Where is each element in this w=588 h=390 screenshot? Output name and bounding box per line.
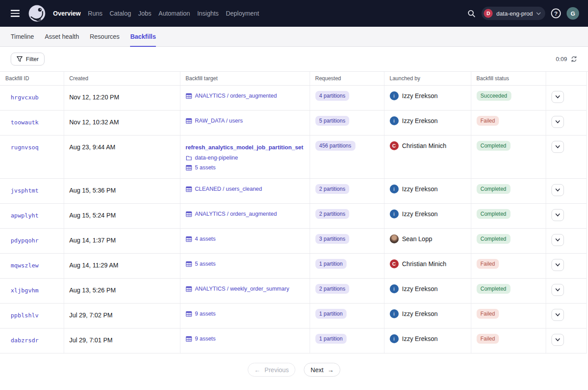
row-actions-menu-button[interactable] [551,259,564,271]
backfill-id-link[interactable]: apwplyht [11,212,39,219]
filter-label: Filter [26,56,39,62]
nav-item[interactable]: Runs [88,8,102,19]
asset-table-icon [186,286,192,292]
backfill-status-badge: Completed [477,234,510,244]
requested-partitions-badge[interactable]: 1 partition [315,309,347,319]
target-asset-line: 9 assets [186,311,304,317]
launched-by-avatar: C [390,259,399,268]
backfills-table: Backfill ID Created Backfill target Requ… [0,71,588,353]
launched-by-avatar: i [390,209,399,218]
row-actions-menu-button[interactable] [551,284,564,296]
refresh-countdown: 0:09 [556,56,567,62]
tab[interactable]: Resources [90,27,119,47]
backfill-id-link[interactable]: dabzrsdr [11,337,39,344]
next-button[interactable]: Next → [304,363,340,377]
chevron-down-icon [555,145,561,149]
backfill-row: mqwszlew Aug 14, 11:29 AM [0,254,586,279]
nav-item[interactable]: Deployment [226,8,259,19]
target-asset-link[interactable]: ANALYTICS / weekly_order_summary [195,286,290,292]
requested-partitions-badge[interactable]: 1 partition [315,259,347,269]
target-asset-link[interactable]: 9 assets [195,336,216,342]
menu-icon[interactable] [8,7,22,19]
filter-button[interactable]: Filter [11,53,45,66]
created-timestamp: Aug 13, 5:26 PM [69,287,116,294]
folder-icon [186,155,192,161]
main-nav: Overview Runs Catalog Jobs Automation In… [53,8,259,19]
backfill-id-link[interactable]: ppblshlv [11,312,39,319]
backfill-id-link[interactable]: rugnvsoq [11,144,39,151]
launched-by: i Izzy Erekson [390,185,466,193]
chevron-down-icon [555,263,561,267]
launched-by: i Izzy Erekson [390,309,466,318]
backfill-row: hrgvcxub Nov 12, 12:20 PM [0,86,586,111]
backfill-row: dabzrsdr Jul 29, 7:01 PM [0,328,586,353]
launched-by-name: Christian Minich [402,259,447,268]
backfill-status-badge: Completed [477,184,510,194]
help-icon[interactable]: ? [551,8,561,18]
refresh-icon[interactable] [571,56,577,62]
launched-by-name: Izzy Erekson [402,309,438,318]
launched-by-name: Izzy Erekson [402,209,438,218]
backfill-id-link[interactable]: hrgvcxub [11,94,39,101]
target-asset-link[interactable]: 9 assets [195,311,216,317]
tab[interactable]: Asset health [45,27,79,47]
requested-partitions-badge[interactable]: 1 partition [315,334,347,344]
requested-partitions-badge[interactable]: 2 partitions [315,284,350,294]
table-header-row: Backfill ID Created Backfill target Requ… [0,72,586,86]
row-actions-menu-button[interactable] [551,209,564,221]
backfill-id-link[interactable]: xljbgvhm [11,287,39,294]
backfill-status-badge: Failed [477,259,499,269]
tab[interactable]: Timeline [11,27,34,47]
target-asset-line: 4 assets [186,236,304,242]
backfill-id-link[interactable]: mqwszlew [11,262,39,269]
row-actions-menu-button[interactable] [551,309,564,321]
row-actions-menu-button[interactable] [551,91,564,103]
backfill-row: apwplyht Aug 15, 5:24 PM [0,204,586,229]
target-asset-link[interactable]: ANALYTICS / orders_augmented [195,93,277,99]
nav-item[interactable]: Overview [53,8,81,19]
requested-partitions-badge[interactable]: 3 partitions [315,234,350,244]
created-timestamp: Aug 15, 5:36 PM [69,187,116,194]
dagster-logo[interactable] [28,4,46,23]
target-asset-line: 9 assets [186,336,304,342]
search-icon[interactable] [467,9,476,18]
requested-partitions-badge[interactable]: 456 partitions [315,141,355,151]
target-asset-link[interactable]: 5 assets [195,261,216,267]
requested-partitions-badge[interactable]: 2 partitions [315,184,350,194]
target-asset-link[interactable]: ANALYTICS / orders_augmented [195,211,277,218]
nav-item[interactable]: Insights [197,8,219,19]
chevron-down-icon [555,120,561,124]
backfill-id-link[interactable]: jvsphtmt [11,187,39,194]
target-asset-link[interactable]: CLEANED / users_cleaned [195,186,262,193]
tab[interactable]: Backfills [130,27,156,47]
column-header: Requested [310,72,384,86]
backfill-id-link[interactable]: pdypqohr [11,237,39,244]
backfill-row: toowautk Nov 12, 10:32 AM [0,111,586,135]
user-avatar[interactable]: G [567,7,579,20]
target-asset-link[interactable]: RAW_DATA / users [195,118,243,124]
requested-partitions-badge[interactable]: 5 partitions [315,116,350,126]
deployment-switcher[interactable]: D data-eng-prod [482,7,545,20]
deployment-initial-badge: D [484,9,493,18]
nav-item[interactable]: Automation [159,8,190,19]
requested-partitions-badge[interactable]: 2 partitions [315,209,350,219]
requested-partitions-badge[interactable]: 4 partitions [315,91,350,101]
row-actions-menu-button[interactable] [551,334,564,346]
target-asset-link[interactable]: 4 assets [195,236,216,242]
backfill-id-link[interactable]: toowautk [11,119,39,126]
backfill-target-job-link[interactable]: refresh_analytics_model_job_partition_se… [186,144,303,151]
row-actions-menu-button[interactable] [551,184,564,196]
row-actions-menu-button[interactable] [551,141,564,153]
previous-button[interactable]: ← Previous [248,363,295,377]
launched-by: i Izzy Erekson [390,209,466,218]
chevron-down-icon [555,288,561,292]
created-timestamp: Jul 29, 7:01 PM [69,337,113,344]
row-actions-menu-button[interactable] [551,234,564,246]
nav-item[interactable]: Catalog [110,8,131,19]
asset-table-icon [186,211,192,217]
target-asset-link[interactable]: 5 assets [195,164,216,171]
nav-item[interactable]: Jobs [138,8,151,19]
target-folder-link[interactable]: data-eng-pipeline [195,155,238,161]
target-asset-line: ANALYTICS / orders_augmented [186,211,304,218]
row-actions-menu-button[interactable] [551,116,564,128]
